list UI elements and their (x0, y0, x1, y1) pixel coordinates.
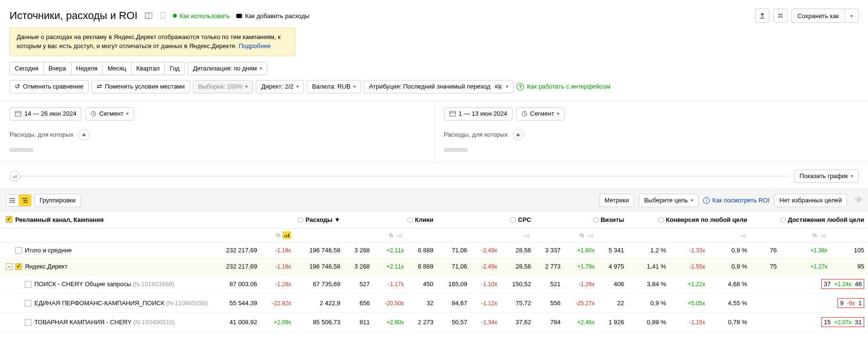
period-buttons: Сегодня Вчера Неделя Месяц Квартал Год (10, 62, 185, 75)
bar-icon[interactable] (739, 231, 747, 239)
export-button[interactable] (755, 9, 769, 23)
detail-dropdown[interactable]: Детализация: по дням▾ (188, 62, 267, 75)
row-name[interactable]: ЕДИНАЯ ПЕРФОМАНС-КАМПАНИЯ_ПОИСК (N-11066… (34, 299, 208, 307)
segment-left[interactable]: Сегмент▾ (85, 107, 134, 120)
table-row: ПОИСК - CHERY Общие запросы (N-101921668… (0, 275, 868, 294)
col-radio[interactable] (298, 217, 303, 223)
svg-rect-17 (526, 235, 527, 237)
svg-rect-13 (397, 236, 398, 237)
svg-rect-12 (288, 234, 289, 237)
groupings-button[interactable]: Группировки (34, 194, 81, 207)
cancel-compare-button[interactable]: ↺Отменить сравнение (10, 80, 89, 93)
col-radio[interactable] (658, 217, 664, 223)
currency-dropdown[interactable]: Валюта: RUB▾ (307, 80, 361, 93)
period-month[interactable]: Месяц (102, 62, 131, 75)
column-expenses[interactable]: Расходы ▼ (305, 216, 340, 223)
svg-rect-11 (286, 235, 287, 237)
svg-rect-25 (821, 236, 822, 237)
svg-rect-18 (528, 234, 529, 237)
gear-icon[interactable] (855, 196, 862, 205)
how-roi-link[interactable]: iКак посмотреть ROI (703, 197, 769, 204)
percent-icon[interactable]: % (274, 231, 283, 239)
table-row: ЕДИНАЯ ПЕРФОМАНС-КАМПАНИЯ_ПОИСК (N-11066… (0, 294, 868, 313)
no-fav-goals-button[interactable]: Нет избранных целей (774, 194, 847, 207)
metrics-button[interactable]: Метрики (599, 194, 634, 207)
column-cpc[interactable]: CPC (518, 216, 531, 223)
percent-icon[interactable]: % (810, 231, 819, 239)
show-graph-button[interactable]: Показать график▾ (794, 170, 858, 183)
svg-rect-20 (590, 235, 591, 237)
col-radio[interactable] (510, 217, 516, 223)
col-radio[interactable] (407, 217, 413, 223)
add-expense-left[interactable]: + (78, 129, 90, 140)
table-row: Итого и средние 232 217,69-1.18x196 746,… (0, 242, 868, 259)
list-view-button[interactable] (6, 195, 19, 206)
header-checkbox[interactable] (6, 216, 12, 223)
view-toggle (6, 194, 31, 207)
column-ach-any[interactable]: Достижения любой цели (788, 216, 864, 223)
svg-rect-10 (284, 236, 285, 237)
save-as-button[interactable]: Сохранить как (791, 9, 845, 23)
col-radio[interactable] (780, 217, 786, 223)
row-checkbox[interactable] (25, 319, 31, 326)
date-range-left[interactable]: 14 — 26 июн 2024 (10, 107, 81, 120)
fullscreen-icon[interactable] (144, 11, 153, 20)
interface-help-link[interactable]: Как работать с интерфейсом (527, 83, 610, 90)
notice-more-link[interactable]: Подробнее (239, 42, 271, 50)
row-name[interactable]: Итого и средние (25, 247, 71, 254)
column-visits[interactable]: Визиты (601, 216, 624, 223)
attribution-dropdown[interactable]: Атрибуция: Последний значимый переходк/д… (364, 80, 514, 93)
period-yesterday[interactable]: Вчера (43, 62, 71, 75)
info-notice: Данные о расходах на рекламу в Яндекс.Ди… (10, 28, 295, 56)
bar-icon[interactable] (395, 231, 404, 239)
pie-icon (522, 111, 527, 117)
dot-icon (173, 14, 177, 18)
calendar-icon (449, 111, 456, 117)
period-quarter[interactable]: Квартал (131, 62, 165, 75)
add-expense-right[interactable]: + (513, 129, 524, 140)
placeholder-right (444, 148, 468, 152)
expand-toggle[interactable]: − (6, 263, 12, 270)
slider-track[interactable] (19, 176, 789, 177)
bookmark-icon[interactable] (160, 12, 166, 20)
placeholder-left (10, 148, 33, 152)
row-name[interactable]: ТОВАРНАЯ КАМПАНИЯ - CHERY (N-103400510) (34, 319, 175, 326)
row-name[interactable]: Яндекс.Директ (25, 263, 68, 270)
help-icon[interactable]: ? (516, 83, 524, 90)
direct-dropdown[interactable]: Директ: 2/2▾ (256, 80, 304, 93)
tree-view-button[interactable] (19, 195, 31, 206)
how-add-expenses-link[interactable]: Как добавить расходы (236, 12, 309, 20)
select-goal-dropdown[interactable]: Выберите цель▾ (639, 194, 698, 207)
bar-icon[interactable] (586, 231, 595, 239)
column-dimension[interactable]: Рекламный канал, Кампания (15, 216, 104, 223)
swap-button[interactable]: ⇄Поменять условия местами (91, 80, 190, 93)
settings-button[interactable] (773, 9, 787, 23)
row-checkbox[interactable] (15, 247, 22, 254)
column-clicks[interactable]: Клики (415, 216, 434, 223)
slider-handle[interactable] (10, 171, 20, 181)
bar-icon[interactable] (283, 231, 291, 239)
percent-icon[interactable]: % (387, 231, 395, 239)
pie-icon (91, 111, 96, 117)
row-name[interactable]: ПОИСК - CHERY Общие запросы (N-101921668… (34, 280, 174, 288)
page-title: Источники, расходы и ROI (10, 10, 138, 22)
period-week[interactable]: Неделя (71, 62, 103, 75)
row-checkbox[interactable] (25, 300, 31, 307)
how-to-use-link[interactable]: Как использовать (173, 12, 230, 20)
date-range-right[interactable]: 1 — 13 июн 2024 (444, 107, 513, 120)
sample-dropdown[interactable]: Выборка: 100%▾ (193, 80, 253, 93)
row-checkbox[interactable] (15, 263, 22, 270)
segment-right[interactable]: Сегмент▾ (516, 107, 565, 120)
bar-icon[interactable] (819, 231, 828, 239)
col-radio[interactable] (593, 217, 599, 223)
period-today[interactable]: Сегодня (10, 62, 44, 75)
percent-icon[interactable]: % (577, 231, 586, 239)
svg-rect-14 (399, 235, 400, 237)
svg-rect-23 (743, 235, 744, 237)
period-year[interactable]: Год (164, 62, 185, 75)
bar-icon[interactable] (523, 231, 531, 239)
column-conv-any[interactable]: Конверсия по любой цели (666, 216, 747, 223)
row-checkbox[interactable] (25, 281, 31, 288)
save-as-dropdown[interactable]: ▾ (845, 9, 858, 23)
svg-rect-27 (825, 234, 826, 237)
